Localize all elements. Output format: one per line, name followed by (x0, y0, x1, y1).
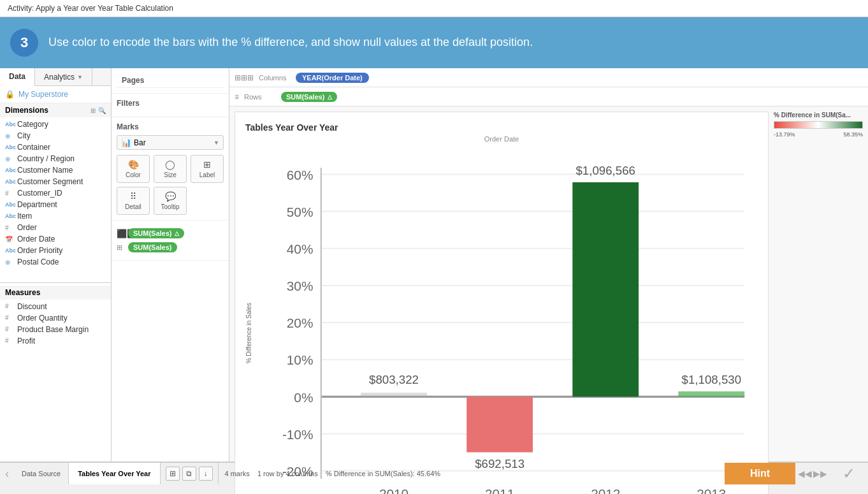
field-discount[interactable]: #Discount (0, 301, 111, 312)
nav-arrows: ‹ (0, 467, 14, 481)
field-order-priority[interactable]: AbcOrder Priority (0, 245, 111, 256)
dimensions-grid-icon[interactable]: ⊞ (90, 107, 96, 114)
field-abc-icon: Abc (5, 144, 14, 150)
marks-color-btn[interactable]: 🎨 Color (117, 155, 150, 183)
rows-pill[interactable]: SUM(Sales) △ (281, 92, 337, 102)
marks-size-btn[interactable]: ◯ Size (154, 155, 187, 183)
datasource-icon: 🔒 (5, 90, 15, 99)
field-label: Country / Region (17, 154, 75, 163)
sheet-tab-label: Tables Year Over Year (78, 470, 150, 477)
chart-body: % Difference in Sales (245, 148, 758, 494)
svg-text:50%: 50% (287, 205, 314, 219)
field-globe-icon: ⊕ (5, 133, 14, 140)
status-rows: 1 row by 4 columns (257, 470, 318, 477)
field-hash-icon: # (5, 337, 14, 344)
tab-analytics[interactable]: Analytics ▼ (35, 68, 92, 85)
duplicate-sheet-btn[interactable]: ⧉ (182, 467, 196, 481)
add-sheet-btn[interactable]: ⊞ (166, 467, 180, 481)
marks-type-select[interactable]: 📊 Bar ▼ (117, 135, 224, 150)
rows-icon: ≡ (235, 92, 239, 101)
marks-tooltip-btn[interactable]: 💬 Tooltip (154, 187, 187, 215)
middle-panel: Pages Filters Marks 📊 Bar ▼ 🎨 Color ◯ Si… (112, 68, 229, 461)
svg-text:2011: 2011 (485, 486, 514, 494)
dimensions-search-icon[interactable]: 🔍 (98, 107, 106, 114)
field-customer-id[interactable]: #Customer_ID (0, 187, 111, 199)
prev-arrow[interactable]: ‹ (5, 467, 9, 481)
field-city[interactable]: ⊕City (0, 130, 111, 142)
export-sheet-btn[interactable]: ↓ (199, 467, 213, 481)
field-abc-icon: Abc (5, 213, 14, 219)
field-postal-code[interactable]: ⊕Postal Code (0, 256, 111, 268)
field-abc-icon: Abc (5, 247, 14, 254)
svg-text:60%: 60% (287, 168, 314, 182)
pill-sum-sales-color[interactable]: SUM(Sales) △ (128, 228, 184, 238)
viz-area: ⊞⊞⊞ Columns YEAR(Order Date) ≡ Rows SUM(… (229, 68, 868, 461)
rows-label: Rows (244, 93, 276, 101)
tooltip-label: Tooltip (161, 203, 180, 210)
svg-text:$692,513: $692,513 (475, 457, 524, 470)
field-globe-icon: ⊕ (5, 156, 14, 163)
marks-label-btn[interactable]: ⊞ Label (191, 155, 224, 183)
next-arrow[interactable]: ▶▶ (813, 469, 827, 479)
bottom-status: 4 marks 1 row by 4 columns % Difference … (219, 470, 725, 477)
duplicate-icon: ⧉ (186, 469, 192, 478)
field-order-quantity[interactable]: #Order Quantity (0, 312, 111, 324)
legend-max: 58.35% (843, 131, 863, 138)
svg-text:40%: 40% (287, 242, 314, 256)
field-customer-segment[interactable]: AbcCustomer Segment (0, 176, 111, 187)
bottom-icons: ⊞ ⧉ ↓ (161, 463, 219, 484)
pill-sum-sales-size[interactable]: SUM(Sales) (128, 242, 177, 252)
legend-gradient (774, 121, 863, 129)
datasource-row[interactable]: 🔒 My Superstore (0, 86, 111, 103)
chart-container: Tables Year Over Year Order Date % Diffe… (235, 112, 769, 494)
columns-pill[interactable]: YEAR(Order Date) (296, 73, 369, 83)
check-button[interactable]: ✓ (830, 463, 868, 484)
color-dots-icon: 🎨 (128, 159, 139, 170)
datasource-tab-label: Data Source (22, 470, 61, 477)
pages-label: Pages (117, 73, 224, 88)
tab-data[interactable]: Data (0, 68, 35, 86)
divider (0, 282, 111, 283)
pill-label: SUM(Sales) (133, 243, 172, 251)
field-abc-icon: Abc (5, 167, 14, 173)
field-abc-icon: Abc (5, 178, 14, 185)
filters-label: Filters (117, 99, 224, 108)
field-order[interactable]: #Order (0, 222, 111, 233)
hint-button[interactable]: Hint (725, 463, 795, 484)
legend-labels: -13.79% 58.35% (774, 131, 863, 138)
analytics-dropdown-icon[interactable]: ▼ (77, 74, 83, 80)
field-label: Container (17, 143, 50, 152)
svg-rect-21 (467, 396, 533, 452)
field-label: Order Priority (17, 246, 62, 255)
instruction-banner: 3 Use color to encode the bars with the … (0, 17, 868, 68)
size-icon: ◯ (165, 159, 175, 170)
field-order-date[interactable]: 📅Order Date (0, 233, 111, 245)
field-department[interactable]: AbcDepartment (0, 199, 111, 210)
field-container[interactable]: AbcContainer (0, 142, 111, 153)
add-sheet-icon: ⊞ (170, 469, 176, 478)
field-category[interactable]: AbcCategory (0, 119, 111, 130)
pill-delta-icon: △ (175, 230, 179, 236)
field-product-base-margin[interactable]: #Product Base Margin (0, 324, 111, 335)
field-item[interactable]: AbcItem (0, 210, 111, 222)
field-abc-icon: Abc (5, 121, 14, 127)
field-hash-icon: # (5, 303, 14, 310)
field-country[interactable]: ⊕Country / Region (0, 153, 111, 164)
svg-rect-19 (361, 393, 427, 396)
sheet-tab[interactable]: Tables Year Over Year (69, 463, 160, 484)
left-panel: Data Analytics ▼ 🔒 My Superstore Dimensi… (0, 68, 112, 461)
label-icon: ⊞ (203, 159, 211, 170)
datasource-tab[interactable]: Data Source (14, 463, 69, 484)
field-customer-name[interactable]: AbcCustomer Name (0, 164, 111, 176)
export-icon: ↓ (204, 469, 208, 478)
field-label: Item (17, 212, 32, 221)
rows-pill-delta: △ (328, 94, 332, 100)
tab-row: Data Analytics ▼ (0, 68, 111, 86)
field-label: Customer Segment (17, 177, 83, 186)
chart-inner: 60% 50% 40% 30% 20% 10% 0% -10% -20% (255, 148, 758, 494)
marks-detail-btn[interactable]: ⠿ Detail (117, 187, 150, 215)
x-axis-label: Order Date (245, 135, 758, 143)
next-double-arrow[interactable]: ◀◀ (798, 469, 812, 479)
marks-buttons: 🎨 Color ◯ Size ⊞ Label ⠿ Detail 💬 To (117, 155, 224, 215)
field-profit[interactable]: #Profit (0, 335, 111, 347)
